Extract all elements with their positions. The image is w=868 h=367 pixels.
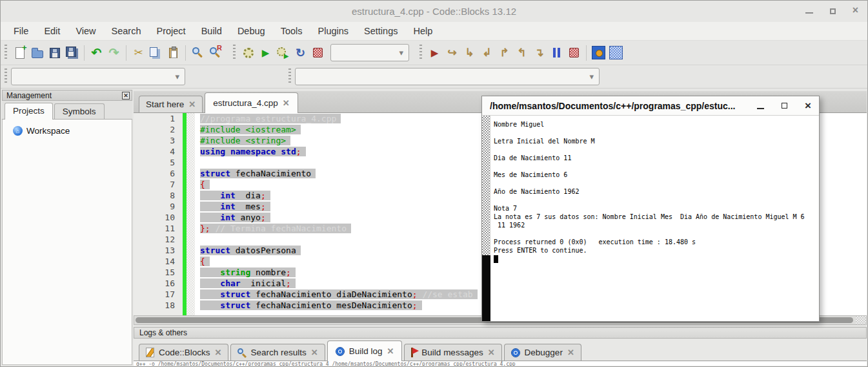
fold-margin[interactable] (187, 113, 195, 315)
tab-projects[interactable]: Projects (5, 103, 53, 120)
tab-close-icon[interactable]: ✕ (488, 350, 495, 356)
menu-item-help[interactable]: Help (405, 23, 440, 39)
console-line: Año de Nacimiento 1962 (494, 187, 818, 196)
build-target-select[interactable] (330, 44, 409, 61)
logs-tab-build-messages[interactable]: Build messages✕ (404, 344, 501, 361)
line-number: 9 (134, 201, 175, 212)
maximize-icon[interactable] (830, 8, 836, 14)
tab-close-icon[interactable]: ✕ (387, 348, 394, 355)
various-info-icon[interactable] (607, 44, 625, 62)
console-scrollbar-thumb[interactable] (482, 255, 490, 321)
tab-close-icon[interactable]: ✕ (311, 350, 318, 356)
console-line: Nombre Miguel (494, 120, 818, 129)
code-segment: }; (200, 224, 210, 233)
menu-item-file[interactable]: File (6, 23, 36, 39)
logs-title: Logs & others (139, 328, 187, 337)
menu-item-settings[interactable]: Settings (356, 23, 405, 39)
copy-icon[interactable] (147, 44, 165, 62)
editor-tab-estructura-4-cpp[interactable]: estructura_4.cpp✕ (205, 92, 298, 113)
run-to-cursor-icon[interactable] (443, 44, 461, 62)
console-maximize-icon[interactable] (782, 103, 787, 109)
scope-combo[interactable] (11, 68, 185, 85)
debug-continue-icon[interactable] (426, 44, 443, 62)
code-segment: fechaNacimiento (230, 169, 311, 178)
management-caption[interactable]: Management ✕ (2, 90, 132, 101)
build-icon[interactable] (239, 44, 257, 62)
new-file-icon[interactable] (11, 44, 28, 62)
codeblocks-window: estructura_4.cpp - Code::Blocks 13.12 × … (0, 0, 868, 367)
save-all-icon[interactable] (63, 44, 81, 62)
break-debugger-icon[interactable] (548, 44, 565, 62)
cut-icon[interactable] (130, 44, 147, 62)
step-into-icon[interactable] (478, 44, 496, 62)
next-instruction-icon[interactable] (513, 44, 530, 62)
console-controls: × (757, 102, 811, 110)
open-file-icon[interactable] (28, 44, 46, 62)
logs-tab-search-results[interactable]: Search results✕ (230, 344, 325, 361)
console-line: Process returned 0 (0x0) execution time … (494, 238, 818, 246)
toolbar-grip[interactable] (419, 45, 422, 61)
console-minimize-icon[interactable] (757, 108, 764, 109)
code-segment: fechaNacimiento diaDeNacimiento (250, 289, 412, 299)
logs-tab-code-blocks[interactable]: Code::Blocks✕ (139, 344, 228, 361)
replace-icon[interactable] (207, 44, 224, 62)
close-panel-icon[interactable]: ✕ (122, 92, 130, 100)
symbol-combo[interactable] (295, 68, 600, 85)
tree-item-workspace[interactable]: ⌂Workspace (13, 126, 132, 136)
logs-tab-build-log[interactable]: Build log✕ (327, 341, 403, 361)
menu-item-view[interactable]: View (68, 23, 103, 39)
menu-item-edit[interactable]: Edit (36, 23, 68, 39)
toolbar-grip[interactable] (5, 45, 7, 61)
close-icon[interactable]: × (853, 6, 858, 14)
tab-close-icon[interactable]: ✕ (567, 350, 574, 356)
management-panel: Management ✕ ProjectsSymbols ⌂Workspace (2, 90, 132, 365)
line-number: 17 (134, 289, 175, 300)
code-segment: // Termina fechaNacimiento (210, 224, 347, 233)
project-tree[interactable]: ⌂Workspace (2, 120, 132, 365)
logs-tab-debugger[interactable]: Debugger✕ (504, 344, 581, 361)
rebuild-icon[interactable] (292, 44, 309, 62)
line-number: 4 (134, 146, 175, 157)
menu-item-search[interactable]: Search (104, 23, 149, 39)
toolbar-grip[interactable] (233, 45, 236, 61)
next-line-icon[interactable] (461, 44, 478, 62)
code-segment: ; (412, 289, 418, 299)
stop-debugger-icon[interactable] (565, 44, 583, 62)
step-into-instruction-icon[interactable] (530, 44, 548, 62)
build-and-run-icon[interactable] (274, 44, 292, 62)
minimize-icon[interactable] (805, 12, 813, 14)
menu-item-plugins[interactable]: Plugins (310, 23, 356, 39)
toolbar-grip[interactable] (288, 68, 291, 85)
console-body[interactable]: Nombre MiguelLetra Inicial del Nombre MD… (482, 116, 819, 321)
tab-close-icon[interactable]: ✕ (215, 350, 222, 356)
menu-item-build[interactable]: Build (194, 23, 230, 39)
tab-close-icon[interactable]: ✕ (188, 101, 196, 108)
redo-icon[interactable] (105, 44, 123, 62)
code-segment: nombre (250, 267, 286, 277)
editor-tab-start-here[interactable]: Start here✕ (139, 96, 203, 112)
titlebar[interactable]: estructura_4.cpp - Code::Blocks 13.12 × (1, 1, 867, 22)
undo-icon[interactable] (88, 44, 105, 62)
console-titlebar[interactable]: /home/msantos/Documentos/c++/programas_c… (482, 96, 819, 116)
menu-item-debug[interactable]: Debug (230, 23, 273, 39)
abort-build-icon[interactable] (309, 44, 327, 62)
console-close-icon[interactable]: × (805, 102, 811, 110)
tree-item-label: Workspace (26, 126, 70, 136)
line-number: 3 (134, 135, 175, 146)
logs-caption[interactable]: Logs & others (134, 327, 867, 339)
save-file-icon[interactable] (46, 44, 63, 62)
find-icon[interactable] (189, 44, 207, 62)
selected-text: char inicial; (200, 278, 296, 288)
step-out-icon[interactable] (496, 44, 513, 62)
tab-close-icon[interactable]: ✕ (283, 100, 290, 107)
code-segment: using namespace std (200, 147, 296, 156)
menu-item-project[interactable]: Project (149, 23, 194, 39)
run-icon[interactable] (257, 44, 274, 62)
paste-icon[interactable] (165, 44, 182, 62)
debugging-windows-icon[interactable] (590, 44, 607, 62)
selected-text: struct datosPersona (200, 246, 301, 255)
toolbar-grip[interactable] (5, 68, 7, 85)
tab-symbols[interactable]: Symbols (54, 103, 105, 119)
menu-item-tools[interactable]: Tools (273, 23, 310, 39)
logs-tab-label: Search results (250, 348, 306, 357)
